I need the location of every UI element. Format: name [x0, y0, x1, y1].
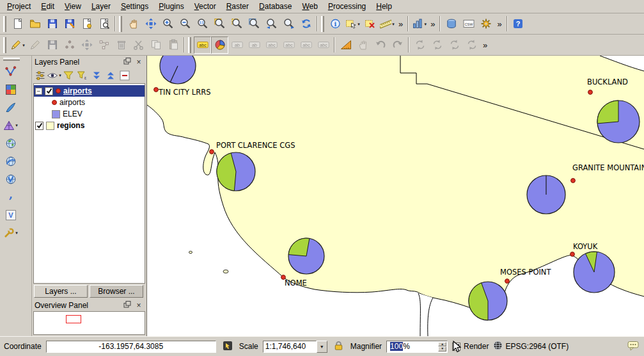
select-features-button[interactable]: ▾ [344, 15, 361, 33]
help-button[interactable]: ? [510, 15, 527, 33]
add-delimited-text-layer-dropdown-caret[interactable]: ▾ [15, 123, 18, 127]
paste-features-button[interactable] [164, 36, 182, 54]
statistical-summary-dropdown-caret[interactable]: ▾ [424, 22, 427, 26]
menu-view[interactable]: View [59, 0, 86, 13]
add-web-service-layer-dropdown-caret[interactable]: ▾ [15, 231, 18, 235]
digitize-point-button[interactable] [61, 36, 78, 54]
statistical-summary-button[interactable]: ▾ [411, 15, 428, 33]
offline-editing-button[interactable] [411, 36, 428, 54]
legend-elev-row[interactable]: ELEV [34, 108, 145, 120]
redo-button[interactable] [389, 36, 406, 54]
add-mesh-layer-button[interactable] [2, 99, 19, 116]
menu-processing[interactable]: Processing [323, 0, 371, 13]
show-hide-labels-button[interactable]: abc [263, 36, 280, 54]
pan-to-selection-button[interactable] [142, 15, 159, 33]
toggle-editing-button[interactable] [26, 36, 43, 54]
zoom-native-button[interactable]: 1:1 [194, 15, 211, 33]
layer-regions-row[interactable]: regions [34, 120, 145, 131]
pin-unpin-labels-button[interactable]: ab [246, 36, 263, 54]
deselect-features-button[interactable] [361, 15, 379, 33]
menu-database[interactable]: Database [254, 0, 297, 13]
toolbar-handle[interactable] [3, 58, 20, 61]
map-refresh-button[interactable] [297, 15, 315, 33]
rotate-label-button[interactable]: abc [297, 36, 315, 54]
filter-legend-button[interactable] [61, 69, 75, 82]
menu-web[interactable]: Web [297, 0, 322, 13]
crs-status-button[interactable]: EPSG:2964 (OTF) [493, 341, 569, 352]
delete-selected-button[interactable] [113, 36, 130, 54]
topology-checker-button[interactable] [446, 36, 463, 54]
zoom-full-button[interactable] [211, 15, 228, 33]
layers-panel-close-button[interactable]: × [134, 57, 144, 67]
db-manager-button[interactable] [443, 15, 460, 33]
select-features-dropdown-caret[interactable]: ▾ [357, 22, 360, 26]
menu-project[interactable]: Project [2, 0, 36, 13]
lock-scale-button[interactable] [332, 339, 346, 353]
zoom-last-button[interactable] [263, 15, 280, 33]
cut-features-button[interactable] [130, 36, 147, 54]
layers-panel-float-button[interactable] [122, 57, 132, 67]
render-checkbox[interactable]: Render [452, 342, 489, 351]
layer-airports-row[interactable]: −airports [34, 85, 145, 97]
metasearch-csw-button[interactable]: CSW [460, 15, 477, 33]
save-layer-edits-button[interactable] [43, 36, 61, 54]
messages-button[interactable] [626, 339, 640, 353]
remove-layer-button[interactable] [118, 69, 131, 82]
expand-all-button[interactable] [90, 69, 103, 82]
layer-airports-checkbox[interactable] [45, 87, 53, 95]
mouse-position-toggle-button[interactable] [221, 339, 235, 353]
add-wms-layer-button[interactable] [2, 170, 19, 188]
toolbar-handle[interactable] [188, 37, 191, 53]
web-toolbar-overflow[interactable]: » [494, 19, 504, 29]
menu-help[interactable]: Help [371, 0, 397, 13]
new-project-button[interactable] [9, 15, 26, 33]
menu-plugins[interactable]: Plugins [153, 0, 189, 13]
toolbar-handle[interactable] [3, 16, 6, 32]
zoom-out-button[interactable] [177, 15, 194, 33]
layer-labeling-button[interactable]: abc [194, 36, 211, 54]
node-tool-button[interactable] [95, 36, 113, 54]
edit-toolbar-overflow[interactable]: » [480, 40, 490, 50]
overview-map[interactable] [33, 311, 145, 335]
magnifier-spin-down[interactable]: ▼ [438, 346, 446, 352]
move-feature-button[interactable] [78, 36, 95, 54]
menu-raster[interactable]: Raster [221, 0, 254, 13]
magnifier-spinbox[interactable]: 100% ▲▼ [386, 341, 448, 353]
manage-map-themes-button[interactable]: ▾ [47, 69, 61, 82]
overview-panel-close-button[interactable]: × [134, 300, 144, 310]
menu-edit[interactable]: Edit [36, 0, 59, 13]
toolbar-handle[interactable] [119, 16, 122, 32]
measure-button[interactable]: ▾ [379, 15, 396, 33]
attributes-toolbar-overflow[interactable]: » [396, 19, 405, 29]
move-label-button[interactable]: abc [280, 36, 297, 54]
overview-extent-rectangle[interactable] [66, 315, 81, 323]
processing-toolbox-button[interactable] [477, 15, 494, 33]
zoom-next-button[interactable] [280, 15, 297, 33]
pan-map-button[interactable] [125, 15, 142, 33]
overview-panel-float-button[interactable] [122, 300, 132, 310]
zoom-to-selection-button[interactable] [228, 15, 246, 33]
add-delimited-text-layer-button[interactable]: ▾ [2, 117, 19, 134]
layer-diagram-button[interactable] [211, 36, 228, 54]
scale-dropdown-button[interactable]: ▼ [317, 341, 327, 353]
copy-features-button[interactable] [147, 36, 164, 54]
toolbar-handle[interactable] [3, 37, 6, 53]
save-project-button[interactable] [43, 15, 61, 33]
add-virtual-layer-button[interactable]: V [2, 206, 19, 223]
save-project-as-button[interactable] [61, 15, 78, 33]
menu-settings[interactable]: Settings [116, 0, 153, 13]
menu-layer[interactable]: Layer [86, 0, 116, 13]
add-raster-layer-button[interactable] [2, 81, 19, 98]
legend-airports-symbol-row[interactable]: airports [34, 97, 145, 108]
zoom-to-layer-button[interactable] [246, 15, 263, 33]
open-project-button[interactable] [26, 15, 43, 33]
zoom-in-button[interactable] [159, 15, 177, 33]
menu-vector[interactable]: Vector [189, 0, 221, 13]
highlight-pinned-labels-button[interactable]: ab [228, 36, 246, 54]
tracking-tools-button[interactable] [463, 36, 480, 54]
layer-regions-checkbox[interactable] [35, 122, 43, 130]
new-print-layout-button[interactable] [78, 15, 95, 33]
diagram-options-button[interactable] [337, 36, 354, 54]
pin-diagrams-button[interactable] [354, 36, 372, 54]
add-vector-layer-button[interactable] [2, 63, 19, 80]
